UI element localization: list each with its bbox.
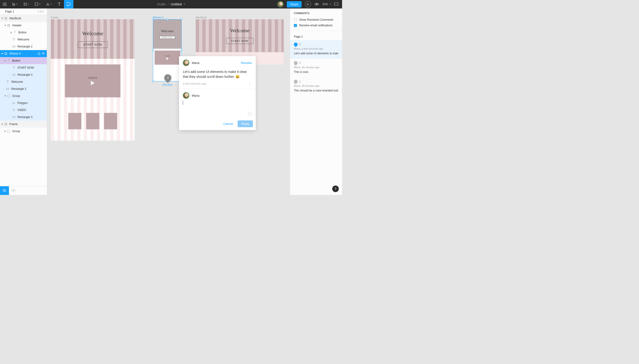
layer-label: iPhone X bbox=[10, 52, 21, 55]
present-button[interactable] bbox=[305, 1, 311, 7]
chevron-down-icon[interactable] bbox=[2, 124, 3, 125]
comment-list-item[interactable]: 3Maria, a few seconds agoLet's add some … bbox=[290, 40, 342, 59]
reply-input[interactable] bbox=[179, 101, 256, 112]
layer-row[interactable]: START NOW bbox=[0, 64, 47, 71]
breadcrumb: Drafts / Untitled bbox=[157, 2, 185, 6]
layer-row[interactable]: Button bbox=[0, 29, 47, 36]
artboard-iphone[interactable]: Welcome START NOW VIDEO 375×812 bbox=[153, 19, 182, 81]
layer-row[interactable]: Welcome bbox=[0, 36, 47, 43]
comment-list-item[interactable]: 2Maria, 26 minutes agoThis is cool. bbox=[290, 59, 342, 77]
selection-dimensions: 375×812 bbox=[162, 84, 172, 86]
shape-tool-button[interactable] bbox=[32, 0, 43, 8]
chevron-down-icon[interactable] bbox=[4, 25, 6, 26]
reply-author-avatar bbox=[183, 92, 189, 99]
text-icon bbox=[6, 80, 10, 84]
library-button[interactable] bbox=[334, 2, 338, 6]
layer-label: Rectangle 2 bbox=[11, 87, 26, 90]
layers-tab[interactable] bbox=[0, 186, 9, 195]
svg-point-11 bbox=[250, 113, 251, 114]
hamburger-menu-button[interactable] bbox=[0, 0, 10, 8]
layer-label: Button bbox=[12, 59, 21, 62]
comment-overflow-menu[interactable]: ⋮ bbox=[248, 83, 252, 84]
polygon-icon bbox=[12, 101, 16, 105]
layer-row[interactable]: Button bbox=[0, 57, 47, 64]
svg-rect-9 bbox=[8, 130, 10, 132]
checkbox-icon bbox=[294, 18, 297, 22]
zoom-dropdown[interactable]: 32% bbox=[322, 2, 331, 6]
layer-list: MacBookHeaderButtonWelcomeRectangle 2iPh… bbox=[0, 15, 47, 135]
rect-icon bbox=[12, 116, 16, 119]
frame-tool-button[interactable] bbox=[21, 0, 32, 8]
share-button[interactable]: Share bbox=[287, 1, 302, 8]
layer-label: Button bbox=[18, 31, 27, 34]
show-resolved-checkbox[interactable]: Show Resolved Comments bbox=[290, 17, 342, 22]
reply-button[interactable]: Reply bbox=[238, 120, 253, 127]
macbook-video-label: VIDEO bbox=[88, 76, 97, 79]
layer-row[interactable]: iPhone X bbox=[0, 50, 47, 57]
chevron-down-icon[interactable] bbox=[2, 18, 3, 19]
frame-label-iphone[interactable]: iPhone X bbox=[153, 16, 164, 19]
layer-row[interactable]: Polygon bbox=[0, 100, 47, 106]
emoji-picker-button[interactable] bbox=[248, 112, 252, 116]
frame-label-macbook2[interactable]: MacBook bbox=[196, 16, 207, 19]
caret-down-icon bbox=[16, 4, 18, 5]
top-toolbar: Drafts / Untitled Share 32% bbox=[0, 0, 342, 8]
toolbar-right-cluster: Share 32% bbox=[277, 1, 342, 8]
layer-row[interactable]: Frame bbox=[0, 121, 47, 128]
selection-handle[interactable] bbox=[167, 18, 168, 20]
layer-row[interactable]: VIDEO bbox=[0, 106, 47, 114]
chevron-right-icon[interactable] bbox=[5, 130, 6, 132]
layer-row[interactable]: Rectangle 3 bbox=[0, 71, 47, 78]
selection-handle[interactable] bbox=[181, 50, 182, 51]
selection-handle[interactable] bbox=[152, 50, 154, 51]
macbook2-welcome-text: Welcome bbox=[230, 28, 250, 34]
separator bbox=[290, 30, 342, 31]
reply-author-name: Maria bbox=[192, 94, 200, 97]
comment-header: Maria Resolve bbox=[179, 56, 256, 69]
chevron-down-icon[interactable] bbox=[2, 53, 3, 54]
selection-handle[interactable] bbox=[181, 18, 182, 20]
breadcrumb-separator: / bbox=[168, 2, 169, 6]
layer-row[interactable]: Rectangle 3 bbox=[0, 114, 47, 121]
artboard-macbook[interactable]: Welcome START NOW VIDEO bbox=[51, 19, 135, 140]
selection-handle[interactable] bbox=[152, 18, 154, 20]
comment-pin-icon bbox=[293, 79, 299, 84]
selection-handle[interactable] bbox=[152, 80, 154, 82]
view-mode-button[interactable] bbox=[314, 2, 319, 6]
canvas[interactable]: Frame Welcome START NOW VIDEO iPhone X bbox=[47, 8, 290, 195]
chevron-right-icon[interactable] bbox=[11, 32, 12, 34]
layer-row[interactable]: Welcome bbox=[0, 78, 47, 85]
cancel-button[interactable]: Cancel bbox=[220, 120, 236, 127]
comment-author-avatar bbox=[183, 60, 189, 66]
layer-row[interactable]: Header bbox=[0, 22, 47, 29]
user-avatar[interactable] bbox=[277, 1, 284, 7]
page-header[interactable]: Page 1 1 of 1 bbox=[0, 8, 47, 15]
comment-tool-button[interactable] bbox=[64, 0, 74, 8]
layer-label: MacBook bbox=[10, 17, 21, 20]
frame-label-macbook[interactable]: Frame bbox=[51, 16, 58, 19]
chevron-down-icon[interactable] bbox=[4, 96, 6, 97]
help-button[interactable]: ? bbox=[332, 186, 339, 192]
assets-tab[interactable] bbox=[9, 186, 18, 195]
group-icon bbox=[7, 94, 10, 98]
comment-preview: Let's add some UI elements to make it bbox=[294, 52, 338, 56]
macbook-video-block: VIDEO bbox=[65, 64, 121, 97]
layer-row[interactable]: MacBook bbox=[0, 15, 47, 22]
rect-icon bbox=[6, 87, 10, 90]
document-title[interactable]: Untitled bbox=[171, 2, 185, 6]
layer-row[interactable]: Group bbox=[0, 128, 47, 135]
pen-tool-button[interactable] bbox=[43, 0, 55, 8]
move-tool-button[interactable] bbox=[10, 0, 21, 8]
thumbnail bbox=[68, 113, 81, 129]
resolve-button[interactable]: Resolve bbox=[241, 61, 252, 65]
drafts-link[interactable]: Drafts bbox=[157, 2, 166, 6]
layer-row[interactable]: Rectangle 2 bbox=[0, 43, 47, 50]
layer-row[interactable]: Group bbox=[0, 92, 47, 100]
chevron-down-icon[interactable] bbox=[4, 60, 6, 61]
layer-row[interactable]: Rectangle 2 bbox=[0, 85, 47, 92]
unlock-icon[interactable] bbox=[38, 52, 40, 55]
comment-list-item[interactable]: 1Maria, 39 minutes agoThis should be a c… bbox=[290, 77, 342, 96]
visibility-icon[interactable] bbox=[42, 52, 45, 55]
text-tool-button[interactable] bbox=[55, 0, 64, 8]
email-notifications-checkbox[interactable]: ✓ Receive email notifications bbox=[290, 22, 342, 28]
